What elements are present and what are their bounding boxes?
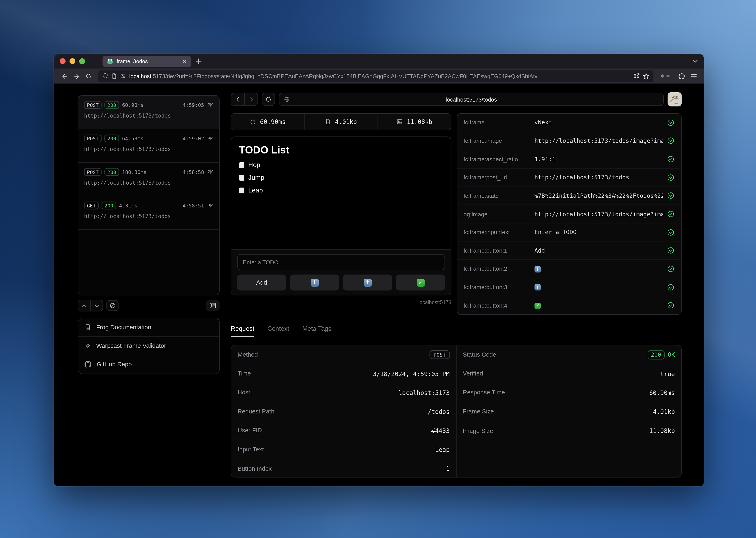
extensions-puzzle-icon[interactable] — [675, 70, 687, 82]
valid-check-icon — [663, 119, 674, 127]
check-emoji-icon — [534, 303, 541, 309]
github-icon — [84, 361, 91, 368]
link-frog-documentation[interactable]: Frog Documentation — [78, 318, 219, 337]
link-warpcast-validator[interactable]: Warpcast Frame Validator — [78, 337, 219, 355]
window-minimize-button[interactable] — [70, 58, 75, 64]
previous-entry-button[interactable] — [78, 300, 90, 311]
next-entry-button[interactable] — [90, 300, 102, 311]
resource-links: Frog Documentation Warpcast Frame Valida… — [78, 318, 220, 374]
detail-value: localhost:5173 — [399, 389, 450, 396]
list-tabs-chevron-icon[interactable] — [692, 58, 698, 64]
browser-tab[interactable]: frame: /todos — [103, 56, 191, 67]
request-url: http://localhost:5173/todos — [84, 113, 213, 119]
detail-row-host: Host localhost:5173 — [231, 383, 456, 402]
timer-icon — [250, 119, 256, 125]
log-entry[interactable]: POST 200 60.90ms 4:59:05 PM http://local… — [78, 96, 219, 129]
document-icon — [325, 119, 331, 125]
meta-content: %7B%22initialPath%22%3A%22%2Ftodos%22%2C… — [534, 192, 663, 199]
bookmark-star-icon[interactable] — [643, 73, 650, 80]
devtools-content: POST 200 60.90ms 4:59:05 PM http://local… — [54, 83, 704, 486]
permissions-sliders-icon[interactable] — [120, 73, 127, 79]
url-bar[interactable]: localhost:5173/dev?url=%2Ftodos#state/N4… — [98, 70, 653, 82]
meta-property: fc:frame:button:3 — [463, 284, 535, 291]
new-tab-button[interactable] — [193, 55, 205, 67]
timestamp-label: 4:59:05 PM — [183, 102, 213, 108]
browser-toolbar: localhost:5173/dev?url=%2Ftodos#state/N4… — [54, 69, 704, 83]
clear-log-button[interactable] — [106, 300, 119, 311]
page-info-icon[interactable] — [111, 73, 117, 79]
frame-url-field[interactable]: localhost:5173/todos — [279, 93, 664, 106]
reader-squares-icon[interactable] — [633, 73, 640, 79]
meta-property: fc:frame — [463, 119, 535, 126]
frame-controls: Add — [231, 250, 451, 295]
reload-button[interactable] — [82, 70, 95, 82]
address-text[interactable]: localhost:5173/dev?url=%2Ftodos#state/N4… — [129, 73, 631, 79]
detail-label: Image Size — [463, 427, 493, 434]
tab-close-icon[interactable] — [182, 59, 187, 63]
meta-tags-column: fc:frame vNext fc:frame:image http://loc… — [457, 113, 682, 315]
method-badge: GET — [84, 202, 99, 209]
link-github-repo[interactable]: GitHub Repo — [78, 355, 219, 374]
menu-hamburger-icon[interactable] — [687, 70, 700, 82]
link-label: GitHub Repo — [97, 361, 132, 368]
meta-property: fc:frame:button:1 — [463, 247, 535, 254]
duration-label: 4.81ms — [119, 202, 137, 208]
detail-row-input-text: Input Text Leap — [231, 440, 456, 459]
metric-value: 60.90ms — [260, 118, 286, 125]
todo-label: Leap — [248, 187, 263, 194]
duration-label: 60.90ms — [122, 102, 144, 108]
frame-back-button[interactable] — [231, 93, 244, 105]
frame-forward-button[interactable] — [244, 93, 257, 105]
detail-label: Host — [238, 389, 250, 396]
log-entry[interactable]: GET 200 4.81ms 4:58:51 PM http://localho… — [78, 196, 219, 230]
detail-label: Response Time — [463, 389, 505, 396]
frame-button-check[interactable] — [396, 275, 445, 291]
url-host: localhost — [129, 73, 151, 79]
meta-property: fc:frame:button:2 — [463, 265, 535, 272]
status-badge: 200 — [102, 202, 116, 209]
meta-content — [534, 265, 541, 272]
frame-button-up[interactable] — [343, 275, 392, 291]
todo-input[interactable] — [237, 254, 445, 270]
duration-label: 180.80ms — [122, 169, 147, 175]
detail-row-image-size: Image Size 11.08kb — [457, 421, 681, 440]
check-emoji-icon — [416, 279, 424, 287]
log-navigation-bar — [78, 300, 220, 311]
tab-meta-tags[interactable]: Meta Tags — [302, 325, 331, 337]
log-entry[interactable]: POST 200 64.58ms 4:59:02 PM http://local… — [78, 129, 219, 163]
detail-value: true — [660, 370, 675, 377]
metric-value: 11.08kb — [407, 118, 432, 125]
user-avatar[interactable] — [668, 92, 682, 106]
detail-label: Request Path — [238, 408, 274, 415]
valid-check-icon — [663, 192, 674, 199]
request-details-card: Method POST Time 3/18/2024, 4:59:05 PM H… — [231, 345, 682, 477]
down-arrow-emoji-icon — [311, 279, 318, 287]
tab-request[interactable]: Request — [231, 325, 254, 337]
back-button[interactable] — [58, 70, 70, 82]
window-close-button[interactable] — [60, 58, 66, 64]
valid-check-icon — [663, 284, 674, 291]
tab-context[interactable]: Context — [267, 325, 289, 337]
detail-label: Time — [238, 370, 251, 377]
image-icon — [397, 119, 403, 125]
detail-label: Method — [238, 351, 258, 358]
valid-check-icon — [663, 174, 674, 181]
meta-content: Enter a TODO — [534, 229, 576, 236]
method-badge: POST — [84, 134, 102, 142]
detail-value: 60.90ms — [649, 389, 675, 396]
valid-check-icon — [663, 155, 674, 163]
log-entry[interactable]: POST 200 180.80ms 4:58:58 PM http://loca… — [78, 163, 219, 196]
meta-content — [534, 284, 541, 291]
toggle-panel-layout-button[interactable] — [206, 300, 220, 311]
frame-button-down[interactable] — [290, 275, 339, 291]
shield-icon[interactable] — [102, 73, 108, 79]
browser-window: frame: /todos — [54, 54, 704, 486]
status-badge: 200 — [104, 168, 119, 176]
frame-title: TODO List — [239, 144, 443, 156]
detail-label: User FID — [238, 427, 262, 434]
window-zoom-button[interactable] — [79, 58, 85, 64]
forward-button[interactable] — [70, 70, 82, 82]
frame-refresh-button[interactable] — [262, 93, 275, 106]
frame-button-add[interactable]: Add — [237, 275, 286, 291]
timestamp-label: 4:58:58 PM — [183, 169, 213, 175]
